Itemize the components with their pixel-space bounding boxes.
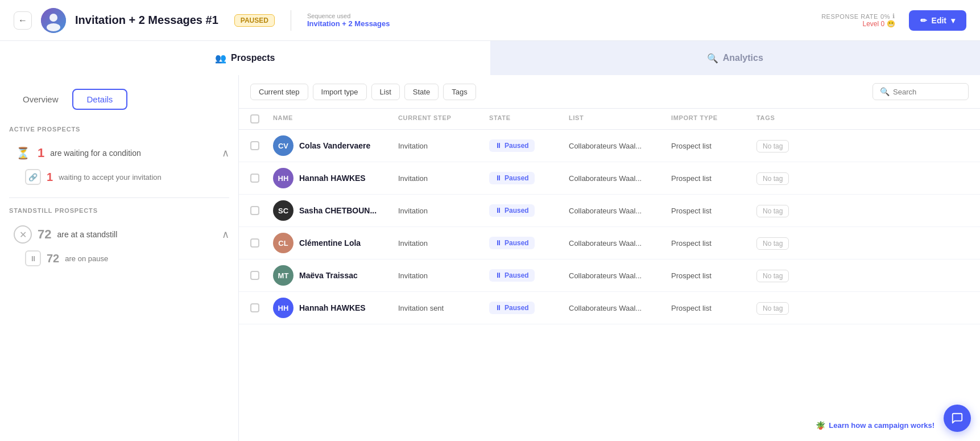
state-badge: ⏸ Paused — [489, 302, 535, 314]
state-badge: ⏸ Paused — [489, 172, 535, 184]
table-row[interactable]: SC Sasha CHETBOUN... Invitation ⏸ Paused… — [239, 195, 980, 227]
prospect-state: ⏸ Paused — [489, 204, 569, 217]
prospect-tag: No tag — [756, 141, 830, 150]
pause-icon: ⏸ — [495, 174, 502, 182]
current-step-filter[interactable]: Current step — [250, 84, 308, 100]
active-prospects-title: ACTIVE PROSPECTS — [9, 126, 229, 133]
tab-analytics-label: Analytics — [723, 53, 763, 63]
col-name: NAME — [273, 114, 398, 123]
row-checkbox[interactable] — [250, 238, 259, 248]
prospect-step: Invitation — [398, 271, 489, 280]
prospect-import: Prospect list — [671, 142, 756, 150]
top-header: ← Invitation + 2 Messages #1 PAUSED Sequ… — [0, 0, 980, 41]
section-divider — [9, 197, 229, 198]
row-checkbox-cell — [250, 174, 273, 183]
chat-button[interactable] — [944, 405, 971, 432]
hourglass-icon: ⏳ — [14, 144, 32, 162]
pause-icon: ⏸ — [495, 207, 502, 215]
prospect-import: Prospect list — [671, 304, 756, 312]
tab-prospects[interactable]: 👥 Prospects — [0, 41, 490, 75]
right-panel: Current step Import type List State Tags… — [239, 75, 980, 441]
prospect-state: ⏸ Paused — [489, 269, 569, 282]
filter-bar: Current step Import type List State Tags… — [239, 75, 980, 109]
row-checkbox[interactable] — [250, 206, 259, 215]
prospect-state: ⏸ Paused — [489, 139, 569, 152]
x-circle-icon: ✕ — [14, 225, 32, 244]
sub-tab-overview[interactable]: Overview — [9, 89, 72, 110]
avatar: HH — [273, 298, 293, 318]
link-icon: 🔗 — [25, 169, 41, 185]
learn-link[interactable]: Learn how a campaign works! — [829, 421, 934, 430]
invitation-count: 1 — [47, 171, 53, 184]
row-checkbox[interactable] — [250, 271, 259, 280]
rr-level: Level 0 😬 — [863, 20, 895, 28]
prospect-name: HH Hannah HAWKES — [273, 298, 398, 318]
bottom-bar: 🪴 Learn how a campaign works! — [816, 421, 934, 430]
prospect-state: ⏸ Paused — [489, 172, 569, 184]
prospect-name: CL Clémentine Lola — [273, 233, 398, 253]
no-tag-badge: No tag — [756, 205, 789, 217]
prospect-import: Prospect list — [671, 271, 756, 280]
prospect-import: Prospect list — [671, 239, 756, 248]
prospect-tag: No tag — [756, 238, 830, 248]
table-row[interactable]: CL Clémentine Lola Invitation ⏸ Paused C… — [239, 227, 980, 259]
avatar: CL — [273, 233, 293, 253]
table-row[interactable]: HH Hannah HAWKES Invitation sent ⏸ Pause… — [239, 292, 980, 324]
prospect-list: Collaborateurs Waal... — [569, 207, 671, 215]
back-button[interactable]: ← — [14, 11, 32, 30]
prospect-import: Prospect list — [671, 174, 756, 183]
tab-analytics[interactable]: 🔍 Analytics — [490, 41, 981, 75]
row-checkbox-cell — [250, 271, 273, 280]
row-checkbox[interactable] — [250, 174, 259, 183]
waiting-expand-btn[interactable]: ∧ — [222, 147, 229, 159]
no-tag-badge: No tag — [756, 172, 789, 185]
standstill-expand-btn[interactable]: ∧ — [222, 228, 229, 241]
tags-filter[interactable]: Tags — [443, 84, 475, 100]
state-filter[interactable]: State — [404, 84, 439, 100]
col-list: LIST — [569, 114, 671, 123]
row-checkbox[interactable] — [250, 141, 259, 150]
prospect-name: SC Sasha CHETBOUN... — [273, 200, 398, 221]
col-checkbox — [250, 114, 273, 123]
row-checkbox-cell — [250, 303, 273, 312]
vertical-divider — [291, 10, 291, 31]
prospect-import: Prospect list — [671, 207, 756, 215]
edit-label: Edit — [932, 16, 946, 25]
prospect-tag: No tag — [756, 206, 830, 215]
table-row[interactable]: HH Hannah HAWKES Invitation ⏸ Paused Col… — [239, 162, 980, 195]
avatar: HH — [273, 168, 293, 188]
row-checkbox[interactable] — [250, 303, 259, 312]
list-filter[interactable]: List — [371, 84, 400, 100]
main-tabs: 👥 Prospects 🔍 Analytics — [0, 41, 980, 75]
header-checkbox[interactable] — [250, 114, 259, 123]
pause-icon: ⏸ — [25, 250, 41, 266]
sub-tab-details[interactable]: Details — [72, 89, 128, 110]
edit-button[interactable]: ✏ Edit ▾ — [909, 10, 966, 31]
sub-tabs: Overview Details — [9, 89, 229, 110]
avatar: CV — [273, 135, 293, 156]
prospect-step: Invitation sent — [398, 304, 489, 312]
avatar: MT — [273, 265, 293, 286]
prospect-tag: No tag — [756, 271, 830, 280]
pause-count: 72 — [47, 252, 59, 265]
state-badge: ⏸ Paused — [489, 204, 535, 217]
search-input[interactable] — [893, 88, 961, 96]
rr-label: RESPONSE RATE 0% ℹ — [821, 13, 895, 20]
import-type-filter[interactable]: Import type — [313, 84, 367, 100]
edit-icon: ✏ — [920, 16, 927, 25]
header-right: RESPONSE RATE 0% ℹ Level 0 😬 ✏ Edit ▾ — [821, 10, 966, 31]
standstill-row: ✕ 72 are at a standstill ∧ — [14, 222, 229, 247]
content-area: Overview Details ACTIVE PROSPECTS ⏳ 1 ar… — [0, 75, 980, 441]
table-row[interactable]: CV Colas Vandervaere Invitation ⏸ Paused… — [239, 130, 980, 162]
edit-dropdown-icon: ▾ — [951, 16, 955, 25]
table-header: NAME CURRENT STEP STATE LIST IMPORT TYPE… — [239, 109, 980, 130]
row-checkbox-cell — [250, 238, 273, 248]
search-box: 🔍 — [873, 83, 969, 100]
row-checkbox-cell — [250, 206, 273, 215]
prospect-step: Invitation — [398, 174, 489, 183]
table-row[interactable]: MT Maëva Traissac Invitation ⏸ Paused Co… — [239, 259, 980, 292]
avatar: SC — [273, 200, 293, 221]
left-panel: Overview Details ACTIVE PROSPECTS ⏳ 1 ar… — [0, 75, 239, 441]
invitation-text: waiting to accept your invitation — [59, 173, 162, 182]
sequence-link[interactable]: Invitation + 2 Messages — [307, 19, 390, 28]
